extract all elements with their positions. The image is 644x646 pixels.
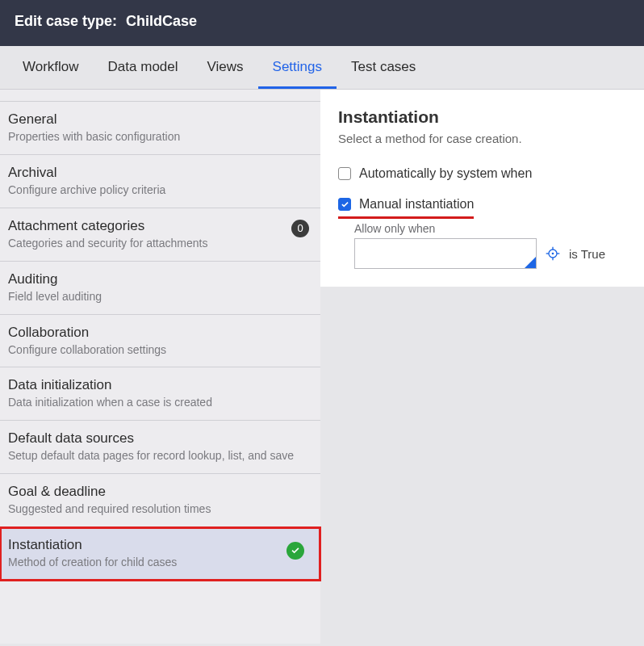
allow-row: is True <box>354 238 626 269</box>
allow-condition-input[interactable] <box>354 238 537 269</box>
option-manual-instantiation[interactable]: Manual instantiation <box>338 197 474 219</box>
panel-title: Instantiation <box>338 107 626 127</box>
sidebar-item-sub: Properties with basic configuration <box>8 129 312 145</box>
sidebar-item-sub: Field level auditing <box>8 289 312 304</box>
page-header: Edit case type: ChildCase <box>0 0 644 46</box>
sidebar-item-sub: Data initialization when a case is creat… <box>8 395 312 410</box>
is-true-label: is True <box>569 247 605 261</box>
body: General Properties with basic configurat… <box>0 90 644 644</box>
tab-views[interactable]: Views <box>193 46 258 89</box>
tab-data-model[interactable]: Data model <box>94 46 193 89</box>
sidebar-item-goal-deadline[interactable]: Goal & deadline Suggested and required r… <box>0 474 320 527</box>
sidebar-item-default-data-sources[interactable]: Default data sources Setup default data … <box>0 421 320 474</box>
sidebar-item-title: Goal & deadline <box>8 484 312 500</box>
option-auto-by-system[interactable]: Automatically by system when <box>338 166 626 181</box>
sidebar-item-sub: Configure archive policy criteria <box>8 182 312 198</box>
crosshair-icon[interactable] <box>545 245 561 262</box>
option-label: Automatically by system when <box>359 166 532 181</box>
sidebar-item-attachment-categories[interactable]: Attachment categories Categories and sec… <box>0 208 320 262</box>
sidebar-item-sub: Configure collaboration settings <box>8 342 312 358</box>
svg-point-1 <box>552 253 554 255</box>
tab-test-cases[interactable]: Test cases <box>337 46 430 89</box>
sidebar-item-collaboration[interactable]: Collaboration Configure collaboration se… <box>0 315 320 368</box>
sidebar-item-sub: Method of creation for child cases <box>8 555 312 570</box>
header-case-name: ChildCase <box>126 13 197 29</box>
checkbox-auto[interactable] <box>338 167 351 180</box>
sidebar-item-auditing[interactable]: Auditing Field level auditing <box>0 262 320 315</box>
panel-subtitle: Select a method for case creation. <box>338 132 626 145</box>
sidebar-item-sub: Suggested and required resolution times <box>8 501 312 517</box>
sidebar-item-title: Collaboration <box>8 325 312 341</box>
sidebar-item-archival[interactable]: Archival Configure archive policy criter… <box>0 155 320 208</box>
settings-content: Instantiation Select a method for case c… <box>320 90 644 287</box>
sidebar-item-title: Auditing <box>8 271 312 287</box>
sidebar-item-data-initialization[interactable]: Data initialization Data initialization … <box>0 367 320 421</box>
sidebar-item-title: Instantiation <box>8 537 312 553</box>
sidebar-item-title: Data initialization <box>8 377 312 393</box>
header-label: Edit case type: <box>15 13 117 29</box>
sidebar-item-title: General <box>8 111 312 128</box>
sidebar-item-general[interactable]: General Properties with basic configurat… <box>0 101 320 155</box>
sidebar-item-title: Archival <box>8 165 312 181</box>
checkbox-manual[interactable] <box>338 198 351 211</box>
allow-label: Allow only when <box>354 222 626 235</box>
sidebar-item-sub: Categories and security for attachments <box>8 236 312 251</box>
count-badge: 0 <box>291 220 309 237</box>
sidebar-item-title: Default data sources <box>8 430 312 447</box>
sidebar-item-title: Attachment categories <box>8 218 312 234</box>
tab-workflow[interactable]: Workflow <box>8 46 94 89</box>
option-label: Manual instantiation <box>359 197 474 212</box>
sidebar-item-instantiation[interactable]: Instantiation Method of creation for chi… <box>0 527 320 581</box>
check-icon <box>286 542 304 560</box>
allow-only-when-section: Allow only when is True <box>354 222 626 269</box>
tab-settings[interactable]: Settings <box>258 46 337 89</box>
settings-sidebar: General Properties with basic configurat… <box>0 90 320 644</box>
sidebar-item-sub: Setup default data pages for record look… <box>8 448 312 464</box>
content-lower-bg <box>320 287 644 644</box>
tab-bar: Workflow Data model Views Settings Test … <box>0 46 644 90</box>
